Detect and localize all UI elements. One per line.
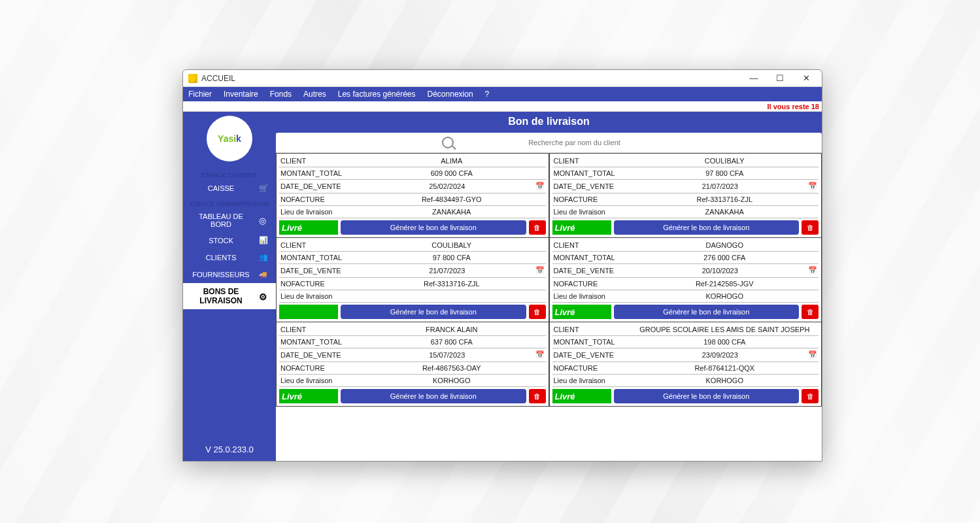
menu-fichier[interactable]: Fichier [188, 90, 212, 99]
cart-icon [259, 184, 269, 193]
field-label: Lieu de livraison [280, 208, 359, 216]
field-value: KORHOGO [632, 292, 818, 300]
card-row: Lieu de livraison ZANAKAHA [552, 206, 819, 218]
field-label: Lieu de livraison [280, 377, 359, 384]
card-row: NOFACTURE Ref-2142585-JGV [552, 278, 819, 290]
main-panel: Bon de livraison CLIENT ALIMA MONTANT_TO… [276, 112, 822, 461]
calendar-icon[interactable]: 📅 [808, 266, 817, 275]
version-label: V 25.0.233.0 [205, 438, 254, 461]
sidebar-item-stock[interactable]: STOCK [183, 232, 276, 249]
calendar-icon[interactable]: 📅 [535, 182, 545, 191]
generate-bdl-button[interactable]: Générer le bon de livraison [614, 389, 800, 403]
generate-bdl-button[interactable]: Générer le bon de livraison [341, 220, 526, 235]
maximize-button[interactable]: ☐ [767, 71, 793, 86]
field-value: COULIBALY [632, 157, 818, 165]
field-label: NOFACTURE [554, 195, 632, 203]
card-row: MONTANT_TOTAL 97 800 CFA [552, 167, 819, 180]
delivery-card: CLIENT DAGNOGO MONTANT_TOTAL 276 000 CFA… [549, 238, 822, 322]
field-value: 20/10/2023 [632, 267, 809, 275]
card-row: MONTANT_TOTAL 276 000 CFA [552, 252, 819, 264]
card-row: Lieu de livraison KORHOGO [279, 375, 546, 387]
sidebar-item-tdb[interactable]: TABLEAU DE BORD [183, 209, 276, 232]
field-label: Lieu de livraison [554, 292, 632, 300]
field-value: 198 000 CFA [632, 338, 818, 346]
menu-autres[interactable]: Autres [303, 90, 326, 99]
field-value: DAGNOGO [632, 241, 818, 249]
field-label: MONTANT_TOTAL [280, 338, 359, 346]
card-row: NOFACTURE Ref-8764121-QQX [552, 362, 819, 375]
field-label: Lieu de livraison [554, 377, 632, 384]
field-label: NOFACTURE [280, 280, 359, 288]
card-row: NOFACTURE Ref-4867563-OAY [279, 362, 546, 375]
minimize-button[interactable]: — [741, 71, 767, 86]
generate-bdl-button[interactable]: Générer le bon de livraison [614, 305, 800, 319]
calendar-icon[interactable]: 📅 [808, 182, 817, 191]
sidebar-item-fournisseurs[interactable]: FOURNISSEURS [183, 266, 276, 283]
menu-help[interactable]: ? [485, 90, 490, 99]
card-row: DATE_DE_VENTE 21/07/2023 📅 [279, 264, 546, 278]
delete-button[interactable]: 🗑 [802, 305, 819, 319]
delivery-card: CLIENT FRANCK ALAIN MONTANT_TOTAL 637 80… [276, 322, 549, 407]
field-value: 97 800 CFA [359, 254, 545, 262]
delete-button[interactable]: 🗑 [529, 389, 546, 403]
card-row: CLIENT ALIMA [279, 155, 546, 167]
field-label: CLIENT [554, 241, 632, 249]
field-label: MONTANT_TOTAL [554, 254, 632, 262]
generate-bdl-button[interactable]: Générer le bon de livraison [341, 389, 526, 403]
calendar-icon[interactable]: 📅 [808, 350, 817, 360]
generate-bdl-button[interactable]: Générer le bon de livraison [614, 220, 800, 235]
field-label: Lieu de livraison [554, 208, 632, 216]
menu-fonds[interactable]: Fonds [270, 90, 292, 99]
card-row: MONTANT_TOTAL 609 000 CFA [279, 167, 546, 180]
delete-button[interactable]: 🗑 [802, 389, 819, 403]
status-livre [279, 305, 338, 319]
field-label: DATE_DE_VENTE [280, 182, 359, 190]
menu-inventaire[interactable]: Inventaire [224, 90, 258, 99]
field-value: 609 000 CFA [359, 169, 545, 177]
calendar-icon[interactable]: 📅 [535, 266, 545, 275]
field-value: ALIMA [359, 157, 545, 165]
status-livre: Livré [552, 220, 611, 235]
status-livre: Livré [552, 305, 611, 319]
field-label: NOFACTURE [280, 364, 359, 372]
sidebar-item-caisse[interactable]: CAISSE [183, 180, 276, 197]
generate-bdl-button[interactable]: Générer le bon de livraison [341, 305, 526, 319]
card-row: CLIENT DAGNOGO [552, 239, 819, 252]
sidebar-item-bdl[interactable]: BONS DE LIVRAISON [183, 283, 276, 309]
app-icon [188, 74, 197, 83]
field-value: FRANCK ALAIN [359, 326, 545, 333]
delete-button[interactable]: 🗑 [529, 220, 546, 235]
delivery-card: CLIENT COULIBALY MONTANT_TOTAL 97 800 CF… [549, 153, 822, 238]
field-label: CLIENT [280, 157, 359, 165]
card-row: MONTANT_TOTAL 637 800 CFA [279, 336, 546, 348]
field-label: MONTANT_TOTAL [554, 338, 632, 346]
page-title: Bon de livraison [276, 112, 822, 133]
field-value: 15/07/2023 [359, 351, 535, 359]
stock-icon [259, 236, 269, 245]
sidebar-item-clients[interactable]: CLIENTS [183, 249, 276, 266]
card-row: DATE_DE_VENTE 25/02/2024 📅 [279, 180, 546, 194]
menu-factures[interactable]: Les factures générées [338, 90, 416, 99]
field-label: CLIENT [280, 326, 359, 333]
sidebar: Yasik ESPACE CAISSIER CAISSE ESPACE ADMI… [183, 112, 276, 461]
delete-button[interactable]: 🗑 [802, 220, 819, 235]
menu-deconnexion[interactable]: Déconnexion [428, 90, 473, 99]
window-title: ACCUEIL [201, 74, 235, 83]
delivery-card: CLIENT GROUPE SCOLAIRE LES AMIS DE SAINT… [549, 322, 822, 407]
search-input[interactable] [493, 139, 656, 146]
card-row: MONTANT_TOTAL 198 000 CFA [552, 336, 819, 348]
card-row: CLIENT COULIBALY [279, 239, 546, 252]
field-value: 276 000 CFA [632, 254, 818, 262]
cards-scroll[interactable]: CLIENT ALIMA MONTANT_TOTAL 609 000 CFA D… [276, 153, 822, 461]
close-button[interactable]: ✕ [793, 71, 819, 86]
delete-button[interactable]: 🗑 [529, 305, 546, 319]
suppliers-icon [259, 270, 269, 279]
cards-grid: CLIENT ALIMA MONTANT_TOTAL 609 000 CFA D… [276, 153, 822, 407]
card-row: CLIENT COULIBALY [552, 155, 819, 167]
field-label: DATE_DE_VENTE [554, 267, 632, 275]
field-value: Ref-2142585-JGV [632, 280, 818, 288]
warning-text: Il vous reste 18 [768, 103, 820, 110]
field-value: 23/09/2023 [632, 351, 809, 359]
calendar-icon[interactable]: 📅 [535, 350, 545, 360]
field-value: KORHOGO [359, 377, 545, 384]
